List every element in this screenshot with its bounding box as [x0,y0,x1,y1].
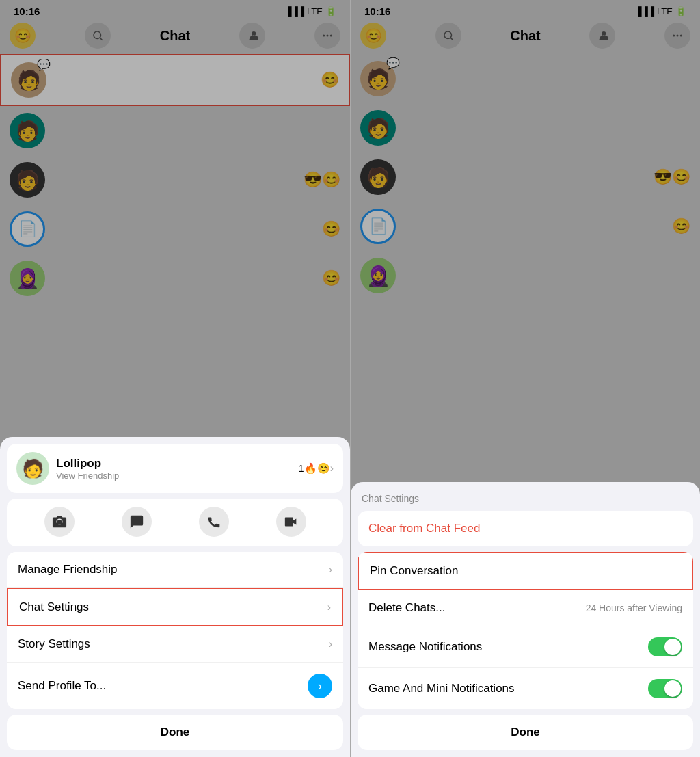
send-profile-item[interactable]: Send Profile To... › [7,663,343,709]
contact-info: Lollipop View Friendship [56,457,298,481]
game-mini-toggle[interactable] [648,679,682,698]
game-mini-item[interactable]: Game And Mini Notifications [358,668,693,709]
chat-btn[interactable] [122,507,152,537]
menu-section: Manage Friendship › Chat Settings › Stor… [7,552,343,709]
left-done-btn[interactable]: Done [7,715,343,750]
pin-conversation-label: Pin Conversation [370,564,458,578]
delete-chats-label: Delete Chats... [368,601,445,615]
contact-chevron-icon: › [330,462,334,475]
right-done-btn[interactable]: Done [358,715,693,750]
contact-avatar: 🧑 [16,452,49,485]
send-profile-btn[interactable]: › [308,674,332,698]
send-profile-label: Send Profile To... [18,679,106,693]
message-notifications-toggle[interactable] [648,637,682,656]
story-settings-chevron: › [329,638,332,650]
clear-feed-item[interactable]: Clear from Chat Feed [358,511,693,546]
left-bottom-sheet: 🧑 Lollipop View Friendship 1🔥😊 › [0,437,350,757]
clear-feed-label: Clear from Chat Feed [368,522,480,535]
manage-friendship-label: Manage Friendship [18,563,118,576]
chat-icon [122,507,152,537]
message-notifications-item[interactable]: Message Notifications [358,626,693,668]
right-settings-sheet: Chat Settings Clear from Chat Feed Pin C… [351,482,700,757]
contact-sub: View Friendship [56,470,298,481]
contact-streak: 1🔥😊 [298,462,329,475]
camera-icon [44,507,75,537]
svg-point-5 [57,520,62,524]
game-mini-label: Game And Mini Notifications [368,682,515,695]
pin-conversation-item[interactable]: Pin Conversation [358,552,693,590]
video-icon [276,507,306,537]
main-settings-section: Pin Conversation Delete Chats... 24 Hour… [358,552,693,709]
left-phone-panel: 10:16 ▐▐▐ LTE 🔋 😊 Chat 🧑 💬 😊 [0,0,350,757]
right-phone-panel: 10:16 ▐▐▐ LTE 🔋 😊 Chat 🧑 💬 🧑 [350,0,700,757]
camera-btn[interactable] [44,507,75,537]
chat-settings-chevron: › [327,601,331,613]
quick-actions [7,499,343,546]
toggle-knob-2 [664,680,681,697]
contact-header[interactable]: 🧑 Lollipop View Friendship 1🔥😊 › [7,444,343,493]
video-btn[interactable] [276,507,306,537]
delete-chats-item[interactable]: Delete Chats... 24 Hours after Viewing [358,590,693,626]
message-notifications-label: Message Notifications [368,640,482,654]
toggle-knob-1 [664,639,681,655]
phone-icon [199,507,229,537]
story-settings-label: Story Settings [18,637,90,651]
clear-feed-section: Clear from Chat Feed [358,511,693,546]
manage-friendship-chevron: › [329,563,332,576]
chat-settings-label: Chat Settings [19,600,89,614]
streak-count: 1🔥😊 [298,462,329,475]
story-settings-item[interactable]: Story Settings › [7,626,343,663]
manage-friendship-item[interactable]: Manage Friendship › [7,552,343,588]
chat-settings-item[interactable]: Chat Settings › [7,588,343,626]
delete-chats-value: 24 Hours after Viewing [586,602,682,613]
phone-btn[interactable] [199,507,229,537]
contact-name: Lollipop [56,457,298,470]
settings-header-label: Chat Settings [351,482,700,507]
